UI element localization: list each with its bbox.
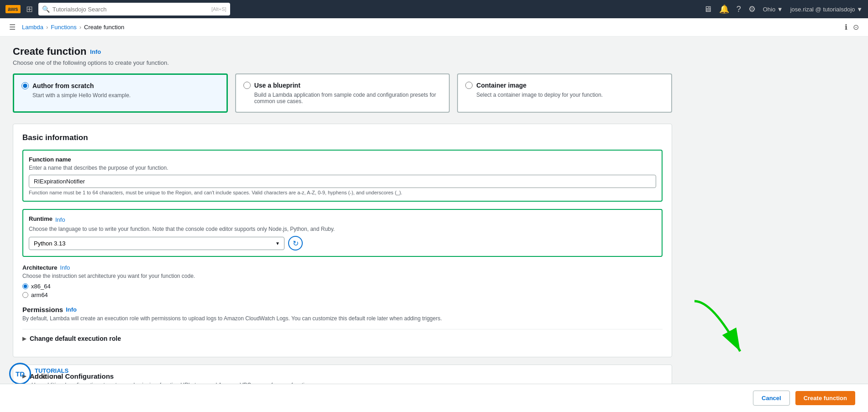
tutorials-label: TUTORIALS — [35, 367, 68, 375]
td-text: TUTORIALS D O J O — [35, 367, 68, 381]
region-selector[interactable]: Ohio ▼ — [763, 6, 783, 13]
runtime-info-link[interactable]: Info — [55, 216, 65, 223]
settings-icon[interactable]: ⚙ — [748, 4, 756, 14]
function-type-row: Author from scratch Start with a simple … — [13, 73, 672, 113]
create-function-button[interactable]: Create function — [795, 391, 855, 405]
card-container-title: Container image — [476, 82, 526, 89]
breadcrumb-functions[interactable]: Functions — [51, 24, 76, 31]
collapsible-arrow-icon: ▶ — [22, 336, 26, 342]
breadcrumb-sep-2: › — [79, 24, 81, 31]
page-title-text: Create function — [13, 46, 86, 57]
function-name-input[interactable] — [29, 175, 656, 188]
user-menu[interactable]: jose.rizal @ tutorialsdojo ▼ — [790, 6, 863, 13]
radio-container[interactable] — [465, 82, 473, 89]
radio-blueprint[interactable] — [243, 82, 251, 89]
function-name-group: Function name Enter a name that describe… — [22, 150, 663, 202]
permissions-desc: By default, Lambda will create an execut… — [22, 315, 663, 322]
green-arrow-annotation — [685, 292, 777, 366]
breadcrumb-sep-1: › — [46, 24, 48, 31]
refresh-runtime-button[interactable]: ↻ — [288, 236, 303, 250]
runtime-group: Runtime Info Choose the language to use … — [22, 209, 663, 257]
main-content: Create function Info Choose one of the f… — [0, 37, 685, 412]
breadcrumb-bar: ☰ Lambda › Functions › Create function ℹ… — [0, 18, 868, 37]
card-blueprint-desc: Build a Lambda application from sample c… — [254, 92, 442, 104]
hamburger-icon[interactable]: ☰ — [9, 23, 16, 31]
architecture-section: Architecture Info Choose the instruction… — [22, 264, 663, 298]
function-name-hint: Enter a name that describes the purpose … — [29, 165, 656, 171]
basic-info-section: Basic information Function name Enter a … — [13, 124, 672, 357]
radio-author[interactable] — [21, 82, 29, 89]
arch-arm-label: arm64 — [31, 292, 48, 298]
runtime-select[interactable]: Python 3.13 Python 3.12 Python 3.11 Node… — [29, 237, 284, 250]
grid-icon[interactable]: ⊞ — [26, 4, 33, 14]
architecture-info-link[interactable]: Info — [60, 264, 70, 271]
card-blueprint-title: Use a blueprint — [254, 82, 300, 89]
additional-configs-header[interactable]: ▶ Additional Configurations — [22, 372, 663, 380]
permissions-info-link[interactable]: Info — [66, 306, 77, 313]
card-container-desc: Select a container image to deploy for y… — [476, 92, 664, 98]
cancel-button[interactable]: Cancel — [753, 391, 790, 406]
arch-arm-row: arm64 — [22, 292, 663, 298]
tutorials-dojo-logo: TD TUTORIALS D O J O — [9, 363, 68, 385]
card-blueprint[interactable]: Use a blueprint Build a Lambda applicati… — [235, 73, 450, 113]
td-initials: TD — [16, 370, 25, 378]
bell-icon[interactable]: 🔔 — [719, 4, 729, 14]
card-container[interactable]: Container image Select a container image… — [457, 73, 672, 113]
info-circle-icon[interactable]: ℹ — [845, 23, 847, 31]
page-subtitle: Choose one of the following options to c… — [13, 59, 672, 66]
function-name-validation: Function name must be 1 to 64 characters… — [29, 190, 656, 195]
architecture-hint: Choose the instruction set architecture … — [22, 273, 663, 279]
search-input[interactable] — [53, 6, 209, 13]
green-arrow-svg — [685, 292, 777, 365]
td-circle: TD — [9, 363, 31, 385]
breadcrumb-actions: ℹ ⊙ — [845, 23, 859, 31]
runtime-select-wrapper: Python 3.13 Python 3.12 Python 3.11 Node… — [29, 237, 284, 250]
function-name-label: Function name — [29, 156, 656, 163]
permissions-label: Permissions — [22, 306, 63, 313]
page-info-link[interactable]: Info — [90, 48, 101, 55]
card-author-title: Author from scratch — [32, 82, 94, 89]
aws-logo-text: aws — [5, 5, 21, 13]
top-navigation: aws ⊞ 🔍 [Alt+S] 🖥 🔔 ? ⚙ Ohio ▼ jose.riza… — [0, 0, 868, 18]
arch-x86-row: x86_64 — [22, 283, 663, 290]
radio-x86[interactable] — [22, 283, 28, 289]
search-shortcut: [Alt+S] — [211, 6, 226, 12]
permissions-section: Permissions Info By default, Lambda will… — [22, 306, 663, 322]
dojo-label: D O J O — [35, 374, 68, 380]
search-icon: 🔍 — [42, 5, 50, 13]
card-author-desc: Start with a simple Hello World example. — [32, 92, 219, 99]
change-role-label: Change default execution role — [30, 335, 121, 342]
aws-logo: aws — [5, 5, 21, 13]
basic-info-title: Basic information — [22, 133, 663, 142]
search-bar[interactable]: 🔍 [Alt+S] — [38, 3, 230, 16]
change-execution-role-header[interactable]: ▶ Change default execution role — [22, 329, 663, 348]
page-title-row: Create function Info — [13, 46, 672, 57]
monitor-icon[interactable]: 🖥 — [704, 5, 712, 14]
arch-x86-label: x86_64 — [31, 283, 51, 290]
nav-icons: 🖥 🔔 ? ⚙ Ohio ▼ jose.rizal @ tutorialsdoj… — [704, 4, 863, 14]
feedback-icon[interactable]: ⊙ — [853, 23, 859, 31]
radio-arm[interactable] — [22, 292, 28, 298]
breadcrumb-lambda[interactable]: Lambda — [22, 24, 43, 31]
card-author-from-scratch[interactable]: Author from scratch Start with a simple … — [13, 73, 228, 113]
runtime-label: Runtime — [29, 215, 53, 222]
runtime-hint: Choose the language to use to write your… — [29, 226, 656, 232]
architecture-label: Architecture — [22, 264, 58, 271]
breadcrumb-current: Create function — [84, 24, 124, 31]
help-icon[interactable]: ? — [736, 5, 741, 14]
page-footer: Cancel Create function — [0, 384, 868, 412]
